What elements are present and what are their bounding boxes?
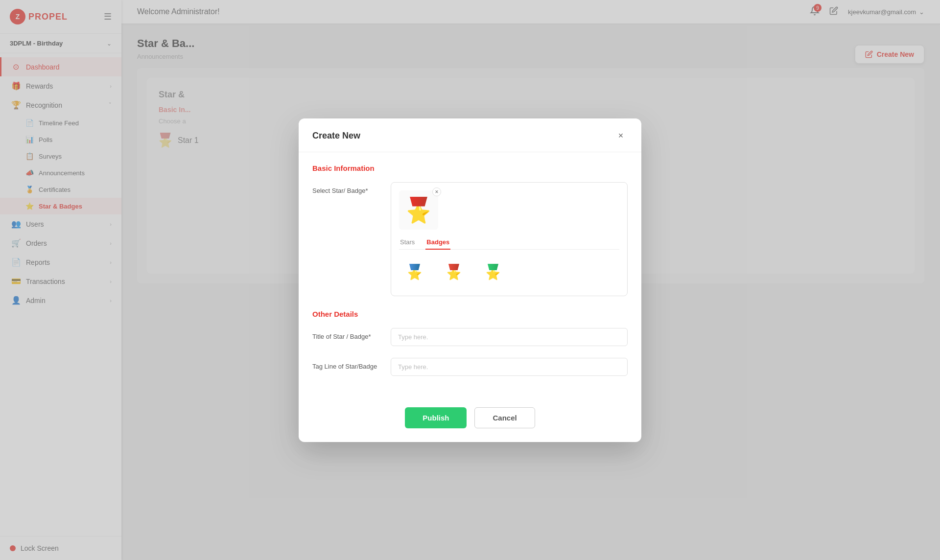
select-badge-label: Select Star/ Badge* bbox=[312, 182, 391, 194]
tagline-control bbox=[391, 358, 628, 376]
badge-option-teal[interactable]: ⭐ bbox=[477, 257, 509, 288]
title-row: Title of Star / Badge* bbox=[312, 328, 628, 346]
badge-options: ⭐ ⭐ bbox=[399, 257, 619, 288]
modal-body: Basic Information Select Star/ Badge* ⭐ bbox=[299, 152, 641, 401]
title-input[interactable] bbox=[391, 328, 628, 346]
selected-medal: ⭐ bbox=[406, 197, 431, 223]
badge-tabs: Stars Badges bbox=[399, 235, 619, 250]
tab-stars[interactable]: Stars bbox=[399, 235, 416, 250]
select-badge-row: Select Star/ Badge* ⭐ × bbox=[312, 182, 628, 296]
modal-overlay: Create New × Basic Information Select St… bbox=[0, 0, 940, 560]
badge-remove-button[interactable]: × bbox=[432, 187, 441, 196]
other-details-title: Other Details bbox=[312, 310, 628, 318]
tab-badges[interactable]: Badges bbox=[425, 235, 450, 250]
tagline-label: Tag Line of Star/Badge bbox=[312, 358, 391, 370]
modal-close-button[interactable]: × bbox=[614, 129, 628, 143]
medal-red: ⭐ bbox=[446, 264, 461, 280]
cancel-button[interactable]: Cancel bbox=[474, 407, 535, 428]
tagline-input[interactable] bbox=[391, 358, 628, 376]
medal-blue: ⭐ bbox=[407, 264, 422, 280]
modal-footer: Publish Cancel bbox=[299, 401, 641, 442]
title-label: Title of Star / Badge* bbox=[312, 328, 391, 340]
badge-picker: ⭐ × Stars Badges bbox=[391, 182, 628, 296]
selected-badge: ⭐ bbox=[399, 190, 438, 230]
medal-teal: ⭐ bbox=[486, 264, 500, 280]
other-details-section: Other Details Title of Star / Badge* Tag… bbox=[312, 310, 628, 376]
tagline-row: Tag Line of Star/Badge bbox=[312, 358, 628, 376]
modal-header: Create New × bbox=[299, 118, 641, 152]
publish-button[interactable]: Publish bbox=[405, 407, 467, 428]
title-control bbox=[391, 328, 628, 346]
badge-picker-control: ⭐ × Stars Badges bbox=[391, 182, 628, 296]
selected-badge-container: ⭐ × bbox=[399, 190, 438, 230]
basic-info-section-title: Basic Information bbox=[312, 164, 628, 172]
modal-title: Create New bbox=[312, 131, 360, 141]
create-new-modal: Create New × Basic Information Select St… bbox=[299, 118, 641, 442]
badge-option-red[interactable]: ⭐ bbox=[438, 257, 470, 288]
badge-option-blue[interactable]: ⭐ bbox=[399, 257, 430, 288]
